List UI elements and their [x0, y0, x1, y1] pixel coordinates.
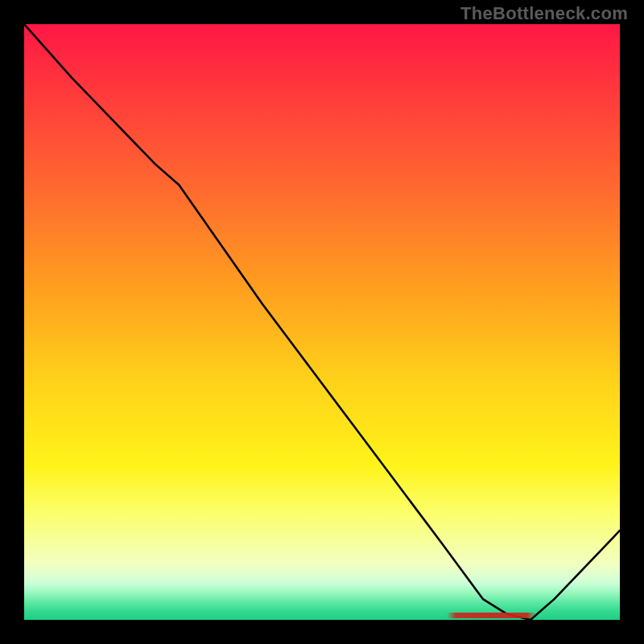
curve-path: [24, 24, 620, 620]
bottleneck-curve: [24, 24, 620, 620]
watermark-text: TheBottleneck.com: [460, 3, 628, 24]
chart-plot-area: [24, 24, 620, 620]
optimal-region-marker: [447, 613, 536, 618]
